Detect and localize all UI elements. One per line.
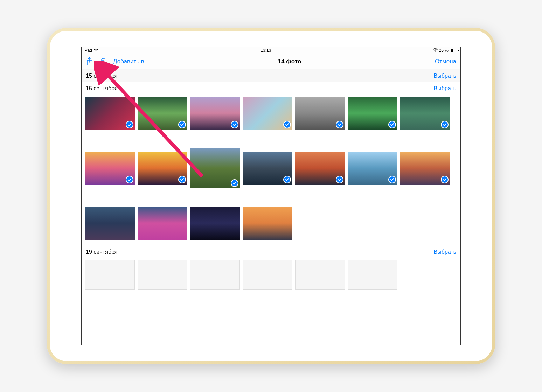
check-icon xyxy=(336,176,343,183)
photo-thumbnail[interactable] xyxy=(85,97,135,130)
check-icon xyxy=(231,121,238,128)
photo-content[interactable]: 15 сентября Выбрать 15 сентября Выбрать xyxy=(82,69,460,345)
share-button[interactable] xyxy=(86,57,93,66)
screen: iPad 13:13 26 % xyxy=(81,47,461,345)
check-icon xyxy=(126,121,133,128)
photo-thumbnail[interactable] xyxy=(400,152,450,185)
photo-thumbnail[interactable] xyxy=(348,97,397,130)
select-link[interactable]: Выбрать xyxy=(434,85,456,92)
check-icon xyxy=(283,176,291,183)
check-icon xyxy=(283,121,291,128)
status-bar: iPad 13:13 26 % xyxy=(82,47,460,54)
check-icon xyxy=(231,179,238,187)
section-date: 15 сентября xyxy=(86,73,118,79)
check-icon xyxy=(126,176,133,183)
photo-thumbnail[interactable] xyxy=(85,206,135,240)
device-label: iPad xyxy=(84,48,92,53)
photo-thumbnail[interactable] xyxy=(243,206,292,240)
photo-thumbnail[interactable] xyxy=(190,260,240,290)
check-icon xyxy=(388,176,396,183)
ipad-frame: iPad 13:13 26 % xyxy=(47,28,495,364)
check-icon xyxy=(178,121,186,128)
toolbar-title: 14 фото xyxy=(144,58,435,65)
photo-thumbnail[interactable] xyxy=(138,260,187,290)
photo-thumbnail[interactable] xyxy=(400,97,450,130)
select-link[interactable]: Выбрать xyxy=(434,249,456,255)
section-header: 15 сентября Выбрать xyxy=(82,82,460,94)
add-to-button[interactable]: Добавить в xyxy=(113,58,144,65)
photo-thumbnail[interactable] xyxy=(138,97,187,130)
section-header: 15 сентября Выбрать xyxy=(82,69,460,82)
toolbar: Добавить в 14 фото Отмена xyxy=(82,54,460,69)
check-icon xyxy=(441,121,449,128)
photo-thumbnail[interactable] xyxy=(348,260,397,290)
photo-thumbnail[interactable] xyxy=(138,152,187,185)
cancel-button[interactable]: Отмена xyxy=(435,58,456,65)
photo-thumbnail[interactable] xyxy=(243,152,292,185)
section-date: 15 сентября xyxy=(86,85,118,92)
section-date: 19 сентября xyxy=(86,249,118,255)
photo-thumbnail[interactable] xyxy=(243,260,292,290)
orientation-lock-icon xyxy=(433,48,438,53)
wifi-icon xyxy=(93,48,98,52)
photo-thumbnail[interactable] xyxy=(85,260,135,290)
section-header: 19 сентября Выбрать xyxy=(82,245,460,258)
check-icon xyxy=(178,176,186,183)
photo-thumbnail[interactable] xyxy=(190,97,240,130)
check-icon xyxy=(441,176,449,183)
check-icon xyxy=(388,121,396,128)
photo-thumbnail[interactable] xyxy=(295,152,345,185)
battery-percent: 26 % xyxy=(439,48,449,53)
photo-thumbnail[interactable] xyxy=(190,148,240,188)
photo-thumbnail[interactable] xyxy=(348,152,397,185)
photo-thumbnail[interactable] xyxy=(85,152,135,185)
photo-thumbnail[interactable] xyxy=(138,206,187,240)
trash-button[interactable] xyxy=(100,57,107,66)
battery-icon xyxy=(451,49,458,52)
photo-thumbnail[interactable] xyxy=(295,260,345,290)
photo-thumbnail[interactable] xyxy=(243,97,292,130)
select-link[interactable]: Выбрать xyxy=(434,73,456,79)
photo-thumbnail[interactable] xyxy=(190,206,240,240)
status-time: 13:13 xyxy=(260,48,271,53)
photo-thumbnail[interactable] xyxy=(295,97,345,130)
check-icon xyxy=(336,121,343,128)
